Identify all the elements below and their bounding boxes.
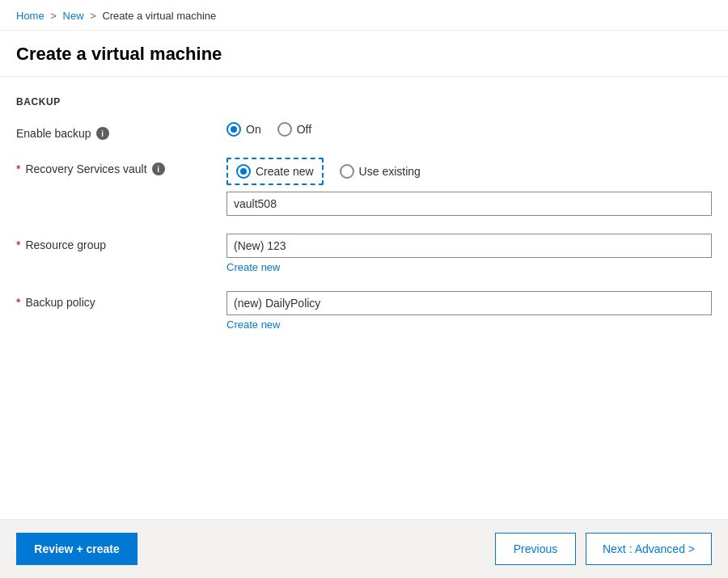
enable-backup-off-radio-circle (277, 122, 292, 137)
next-advanced-button[interactable]: Next : Advanced > (586, 533, 712, 565)
backup-section-header: BACKUP (16, 96, 712, 108)
enable-backup-on-option[interactable]: On (226, 122, 261, 137)
backup-policy-create-new-link[interactable]: Create new (226, 319, 712, 331)
enable-backup-on-label: On (246, 123, 261, 136)
resource-group-input[interactable] (226, 234, 712, 258)
backup-policy-label: * Backup policy (16, 291, 226, 309)
main-content: BACKUP Enable backup i On Off * Recovery… (0, 77, 728, 505)
resource-group-create-new-link[interactable]: Create new (226, 261, 712, 273)
page-title-area: Create a virtual machine (0, 31, 728, 77)
vault-create-new-radio-circle (236, 164, 251, 179)
resource-group-label: * Resource group (16, 234, 226, 251)
recovery-vault-info-icon: i (152, 162, 165, 175)
vault-radio-group: Create new Use existing (226, 158, 712, 185)
enable-backup-off-label: Off (297, 123, 311, 136)
vault-use-existing-option[interactable]: Use existing (340, 164, 421, 179)
breadcrumb-home[interactable]: Home (16, 10, 44, 22)
recovery-vault-label-text: Recovery Services vault (25, 162, 146, 175)
enable-backup-on-radio-circle (226, 122, 241, 137)
resource-group-control: Create new (226, 234, 712, 273)
vault-create-new-label: Create new (256, 165, 314, 178)
vault-name-input[interactable] (226, 192, 712, 216)
vault-use-existing-label: Use existing (359, 165, 421, 178)
previous-button[interactable]: Previous (495, 533, 576, 565)
review-create-button[interactable]: Review + create (16, 533, 138, 565)
enable-backup-radio-group: On Off (226, 122, 712, 137)
resource-group-label-text: Resource group (25, 238, 106, 251)
breadcrumb-sep-1: > (50, 10, 59, 22)
vault-use-existing-radio-circle (340, 164, 354, 179)
recovery-vault-required-star: * (16, 162, 20, 175)
breadcrumb-current: Create a virtual machine (102, 10, 216, 22)
enable-backup-row: Enable backup i On Off (16, 122, 712, 140)
recovery-vault-control: Create new Use existing (226, 158, 712, 216)
backup-policy-label-text: Backup policy (25, 296, 95, 309)
recovery-vault-row: * Recovery Services vault i Create new U… (16, 158, 712, 216)
enable-backup-off-option[interactable]: Off (277, 122, 311, 137)
enable-backup-label-text: Enable backup (16, 127, 91, 140)
enable-backup-info-icon: i (96, 127, 109, 140)
backup-policy-row: * Backup policy Create new (16, 291, 712, 331)
breadcrumb-sep-2: > (90, 10, 99, 22)
backup-policy-input[interactable] (226, 291, 712, 315)
enable-backup-control: On Off (226, 122, 712, 137)
backup-policy-control: Create new (226, 291, 712, 331)
enable-backup-label: Enable backup i (16, 122, 226, 140)
backup-policy-required-star: * (16, 296, 20, 309)
recovery-vault-label: * Recovery Services vault i (16, 158, 226, 175)
resource-group-required-star: * (16, 238, 20, 251)
vault-create-new-option[interactable]: Create new (226, 158, 324, 185)
breadcrumb-new[interactable]: New (63, 10, 84, 22)
footer: Review + create Previous Next : Advanced… (0, 519, 728, 578)
resource-group-row: * Resource group Create new (16, 234, 712, 273)
breadcrumb: Home > New > Create a virtual machine (0, 0, 728, 31)
page-title: Create a virtual machine (16, 44, 712, 65)
